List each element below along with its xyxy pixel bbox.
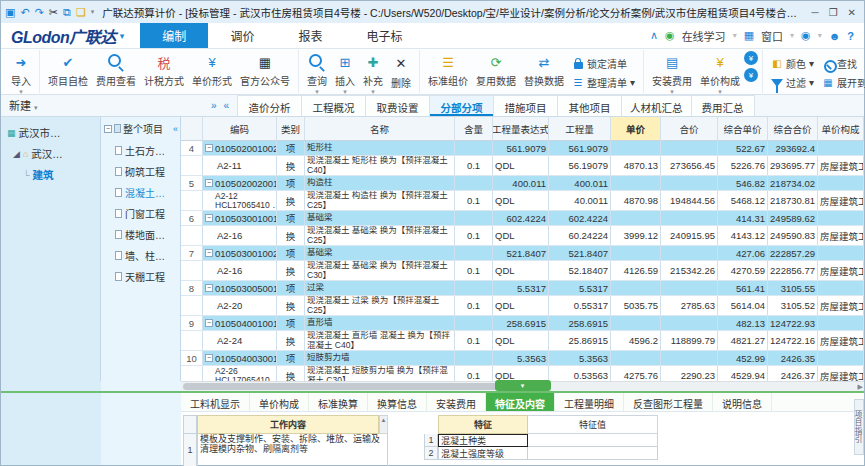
composite-total-cell[interactable]: 293692.4 <box>768 141 818 155</box>
type-cell[interactable]: 项 <box>277 316 305 330</box>
help-button[interactable]: ? <box>847 30 854 42</box>
quantity-cell[interactable]: 60.24224 <box>549 226 611 245</box>
content-ratio-cell[interactable]: 0.1 <box>455 226 493 245</box>
total-price-cell[interactable] <box>661 281 718 295</box>
price-composition-cell[interactable] <box>818 246 864 260</box>
cut-icon[interactable]: ✂ <box>49 6 58 19</box>
feature-cell[interactable]: 混凝土种类 <box>438 434 528 447</box>
quantity-cell[interactable]: 25.86915 <box>549 331 611 350</box>
total-price-cell[interactable] <box>661 246 718 260</box>
feature-value-cell[interactable] <box>528 447 658 460</box>
total-price-cell[interactable] <box>661 211 718 225</box>
redo-icon[interactable]: ↷ <box>35 6 44 19</box>
tree-item-3[interactable]: 混凝土… <box>101 182 180 203</box>
import-button[interactable]: ➜导入▾ <box>7 51 35 95</box>
chevron-down-icon[interactable]: ▾ <box>733 31 737 40</box>
unit-price-cell[interactable] <box>611 316 661 330</box>
price-composition-cell[interactable]: 房屋建筑工 <box>818 331 864 350</box>
mode-tab-1[interactable]: 编制 <box>140 23 208 48</box>
name-cell[interactable]: 直形墙 <box>305 316 455 330</box>
paste-icon[interactable]: ❏ <box>76 6 86 19</box>
content-ratio-cell[interactable] <box>455 351 493 365</box>
composite-unit-price-cell[interactable]: 522.67 <box>718 141 768 155</box>
name-cell[interactable]: 现浇混凝土 基础梁 换为【预拌混凝土C25】 <box>305 226 455 245</box>
total-price-cell[interactable] <box>661 316 718 330</box>
composite-unit-price-cell[interactable]: 4821.27 <box>718 331 768 350</box>
code-cell[interactable]: −010502001002 <box>203 141 277 155</box>
tab-5[interactable]: 措施项目 <box>493 95 557 116</box>
type-cell[interactable]: 换 <box>277 296 305 315</box>
price-composition-cell[interactable] <box>818 316 864 330</box>
composite-total-cell[interactable]: 222856.77 <box>768 261 818 280</box>
column-header-单价[interactable]: 单价 <box>611 117 661 140</box>
price-composition-cell[interactable]: 房屋建筑工 <box>818 226 864 245</box>
composite-total-cell[interactable]: 293695.77 <box>768 156 818 175</box>
self-check-button[interactable]: ✔项目自检 <box>44 51 92 89</box>
name-cell[interactable]: 现浇混凝土 短肢剪力墙 换为【预拌混 凝土 C30】 <box>305 366 455 381</box>
chevron-down-icon[interactable]: ▾ <box>818 31 822 40</box>
collapse-ribbon-icon[interactable]: ∧ <box>650 29 658 42</box>
mode-tab-2[interactable]: 调价 <box>208 23 276 48</box>
price-composition-cell[interactable]: 房屋建筑工 <box>818 191 864 210</box>
copy-icon[interactable]: ⧉ <box>63 6 71 19</box>
total-price-cell[interactable] <box>661 141 718 155</box>
restore-button[interactable]: ❐ <box>829 7 838 18</box>
expand-panel-icon[interactable]: » <box>211 100 219 111</box>
price-composition-button[interactable]: ¥单价构成▾ <box>696 51 744 95</box>
column-header-类别[interactable]: 类别 <box>277 117 305 140</box>
composite-total-cell[interactable]: 2426.35 <box>768 351 818 365</box>
total-price-cell[interactable]: 273656.45 <box>661 156 718 175</box>
composite-unit-price-cell[interactable]: 414.31 <box>718 211 768 225</box>
unit-price-cell[interactable]: 4596.2 <box>611 331 661 350</box>
composite-unit-price-cell[interactable]: 452.99 <box>718 351 768 365</box>
bottom-tab-1[interactable]: 工料机显示 <box>181 393 250 411</box>
column-header-综合单价[interactable]: 综合单价 <box>718 117 768 140</box>
chevron-down-icon[interactable]: ▾ <box>120 31 125 41</box>
chevron-down-icon[interactable]: ▾ <box>91 8 95 16</box>
code-cell[interactable]: A2-16 <box>203 226 277 245</box>
price-composition-cell[interactable] <box>818 141 864 155</box>
total-price-cell[interactable]: 240915.95 <box>661 226 718 245</box>
code-cell[interactable]: −010503005001 <box>203 281 277 295</box>
panel-collapse-button[interactable]: ▾ <box>495 380 551 391</box>
sidebar-item-2[interactable]: ◢⌂武汉… <box>1 143 100 164</box>
qty-expression-cell[interactable]: QDL <box>493 261 549 280</box>
qty-expression-cell[interactable]: QDL <box>493 366 549 381</box>
quantity-cell[interactable]: 400.011 <box>549 176 611 190</box>
table-row[interactable]: 10−010504003001项短肢剪力墙5.35635.3563452.992… <box>181 351 864 366</box>
unit-price-cell[interactable]: 4275.76 <box>611 366 661 381</box>
column-header-工程量表达式[interactable]: 工程量表达式 <box>493 117 549 140</box>
composite-total-cell[interactable]: 3105.55 <box>768 281 818 295</box>
unit-price-cell[interactable]: 4870.13 <box>611 156 661 175</box>
tidy-list-button[interactable]: ☰整理清单▾ <box>572 75 635 90</box>
name-cell[interactable]: 现浇混凝土 矩形柱 换为【预拌混凝土C40】 <box>305 156 455 175</box>
badge-icon-2[interactable]: ¥ <box>744 68 758 82</box>
code-cell[interactable]: −010503001001 <box>203 211 277 225</box>
column-header-rownum[interactable] <box>181 117 203 140</box>
code-cell[interactable]: −010504003001 <box>203 351 277 365</box>
total-price-cell[interactable]: 2785.63 <box>661 296 718 315</box>
chevron-down-icon[interactable]: ▾ <box>790 31 794 40</box>
collapse-row-icon[interactable]: − <box>205 249 213 257</box>
content-ratio-cell[interactable] <box>455 211 493 225</box>
horizontal-scrollbar[interactable]: ▾ ▶ <box>181 381 864 391</box>
type-cell[interactable]: 换 <box>277 226 305 245</box>
composite-unit-price-cell[interactable]: 4143.12 <box>718 226 768 245</box>
composite-unit-price-cell[interactable]: 4529.94 <box>718 366 768 381</box>
bottom-tab-9[interactable]: 说明信息 <box>713 393 772 411</box>
content-ratio-cell[interactable] <box>455 281 493 295</box>
filter-button[interactable]: 过滤▾ <box>771 75 814 90</box>
content-ratio-cell[interactable] <box>455 141 493 155</box>
composite-total-cell[interactable]: 218734.02 <box>768 176 818 190</box>
type-cell[interactable]: 项 <box>277 351 305 365</box>
undo-icon[interactable]: ↶ <box>20 6 29 19</box>
unit-price-cell[interactable] <box>611 176 661 190</box>
name-cell[interactable]: 矩形柱 <box>305 141 455 155</box>
name-cell[interactable]: 现浇混凝土 直形墙 混凝土 换为【预拌混凝土 C40】 <box>305 331 455 350</box>
qty-expression-cell[interactable]: 400.011 <box>493 176 549 190</box>
bottom-tab-2[interactable]: 单价构成 <box>250 393 309 411</box>
online-learning-label[interactable]: 在线学习 <box>682 28 726 44</box>
unit-price-cell[interactable] <box>611 246 661 260</box>
delete-button[interactable]: ✕删除 <box>387 53 415 91</box>
content-ratio-cell[interactable]: 0.1 <box>455 261 493 280</box>
